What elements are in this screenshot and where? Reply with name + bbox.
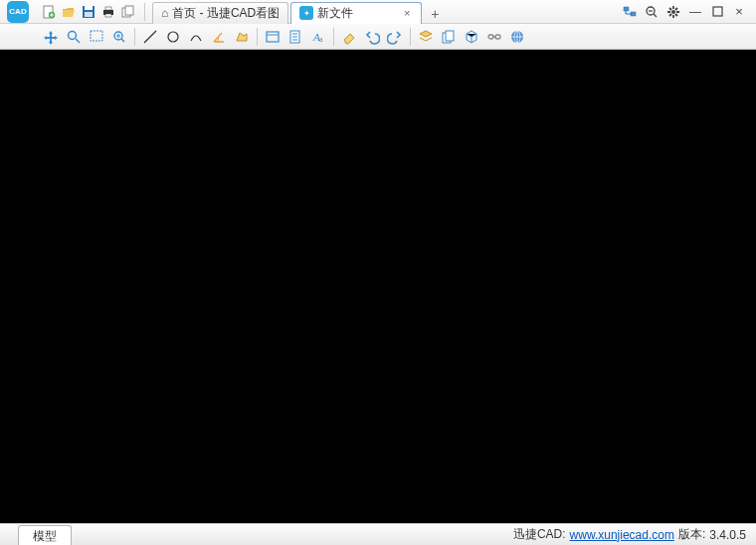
undo-icon	[364, 29, 380, 45]
globe-icon	[509, 29, 525, 45]
redo-icon	[387, 29, 403, 45]
magnifier-minus-icon	[645, 5, 659, 19]
quick-access-toolbar	[36, 3, 141, 21]
maximize-icon	[712, 6, 723, 17]
svg-point-15	[69, 31, 77, 39]
redo-button[interactable]	[384, 26, 406, 48]
svg-rect-4	[85, 12, 93, 17]
svg-point-13	[671, 10, 675, 14]
page-icon	[287, 29, 303, 45]
measure-radius-tool[interactable]	[162, 26, 184, 48]
page-tool[interactable]	[284, 26, 306, 48]
new-file-button[interactable]	[40, 3, 58, 21]
window-icon	[265, 29, 281, 45]
svg-rect-19	[267, 32, 279, 42]
pan-icon	[43, 29, 59, 45]
copy-tool[interactable]	[438, 26, 460, 48]
network-icon	[623, 6, 637, 18]
print-icon	[101, 5, 115, 19]
tab-label: 新文件	[317, 5, 353, 22]
toolbar-divider	[333, 28, 334, 46]
divider	[144, 3, 145, 21]
drawing-viewport[interactable]	[0, 50, 756, 523]
measure-area-tool[interactable]	[231, 26, 253, 48]
arc-icon	[188, 29, 204, 45]
svg-text:a: a	[319, 35, 323, 44]
maximize-button[interactable]	[708, 4, 726, 20]
svg-rect-9	[125, 6, 133, 15]
batch-button[interactable]	[119, 3, 137, 21]
globe-tool[interactable]	[506, 26, 528, 48]
utility-tool[interactable]	[483, 26, 505, 48]
measure-angle-tool[interactable]	[208, 26, 230, 48]
line-icon	[142, 29, 158, 45]
tab-label: 首页 - 迅捷CAD看图	[172, 5, 280, 22]
svg-rect-6	[105, 7, 111, 10]
text-tool[interactable]: Aa	[307, 26, 329, 48]
svg-rect-3	[85, 6, 93, 10]
cube-icon	[464, 29, 479, 45]
brand-label: 迅捷CAD:	[513, 526, 566, 543]
tab-home[interactable]: ⌂ 首页 - 迅捷CAD看图	[152, 2, 288, 24]
measure-distance-tool[interactable]	[139, 26, 161, 48]
pan-tool[interactable]	[40, 26, 62, 48]
erase-tool[interactable]	[338, 26, 360, 48]
angle-icon	[211, 29, 227, 45]
minimize-button[interactable]: —	[686, 4, 704, 20]
toolbar-divider	[257, 28, 258, 46]
svg-rect-14	[713, 7, 722, 16]
layers-icon	[418, 29, 434, 45]
open-file-button[interactable]	[60, 3, 78, 21]
batch-icon	[121, 5, 135, 19]
circle-icon	[165, 29, 181, 45]
close-window-button[interactable]: ×	[730, 4, 748, 20]
home-icon: ⌂	[161, 6, 168, 20]
new-file-icon	[42, 5, 56, 19]
gear-icon	[666, 5, 680, 19]
svg-rect-24	[446, 31, 454, 41]
svg-rect-16	[91, 31, 102, 41]
network-button[interactable]	[621, 4, 639, 20]
area-icon	[234, 29, 250, 45]
layer-tool[interactable]	[262, 26, 284, 48]
status-bar: 模型 迅捷CAD: www.xunjiecad.com 版本: 3.4.0.5	[0, 523, 756, 545]
toolbar-divider	[134, 28, 135, 46]
save-button[interactable]	[80, 3, 97, 21]
layers-tool[interactable]	[415, 26, 437, 48]
copy-icon	[441, 29, 457, 45]
eraser-icon	[341, 29, 357, 45]
app-logo-icon: CAD	[7, 1, 29, 23]
measure-arc-tool[interactable]	[185, 26, 207, 48]
zoom-extents-tool[interactable]	[108, 26, 130, 48]
zoom-window-icon	[89, 29, 104, 45]
print-button[interactable]	[99, 3, 117, 21]
text-icon: Aa	[310, 29, 326, 45]
document-icon: ✦	[299, 6, 313, 20]
save-icon	[82, 5, 95, 19]
block-tool[interactable]	[461, 26, 482, 48]
zoom-tool[interactable]	[63, 26, 85, 48]
svg-rect-7	[105, 14, 111, 17]
tab-close-button[interactable]: ×	[401, 7, 413, 19]
toolbar-divider	[410, 28, 411, 46]
tab-bar: ⌂ 首页 - 迅捷CAD看图 ✦ 新文件 × +	[148, 0, 613, 24]
window-controls: — ×	[613, 4, 756, 20]
model-tab[interactable]: 模型	[18, 525, 72, 545]
tab-document-active[interactable]: ✦ 新文件 ×	[290, 2, 422, 24]
zoom-out-button[interactable]	[643, 4, 661, 20]
version-value: 3.4.0.5	[709, 528, 746, 542]
zoom-extents-icon	[111, 29, 127, 45]
version-label: 版本:	[678, 526, 705, 543]
app-logo: CAD	[0, 0, 36, 24]
titlebar: CAD ⌂ 首页 - 迅捷CAD看图 ✦ 新文件 × +	[0, 0, 756, 24]
folder-open-icon	[62, 5, 76, 19]
main-toolbar: Aa	[0, 24, 756, 50]
svg-point-18	[168, 32, 178, 42]
zoom-window-tool[interactable]	[86, 26, 107, 48]
settings-button[interactable]	[664, 4, 682, 20]
new-tab-button[interactable]: +	[424, 4, 446, 24]
undo-button[interactable]	[361, 26, 383, 48]
brand-link[interactable]: www.xunjiecad.com	[570, 528, 674, 542]
magnifier-icon	[66, 29, 82, 45]
chain-icon	[486, 29, 502, 45]
